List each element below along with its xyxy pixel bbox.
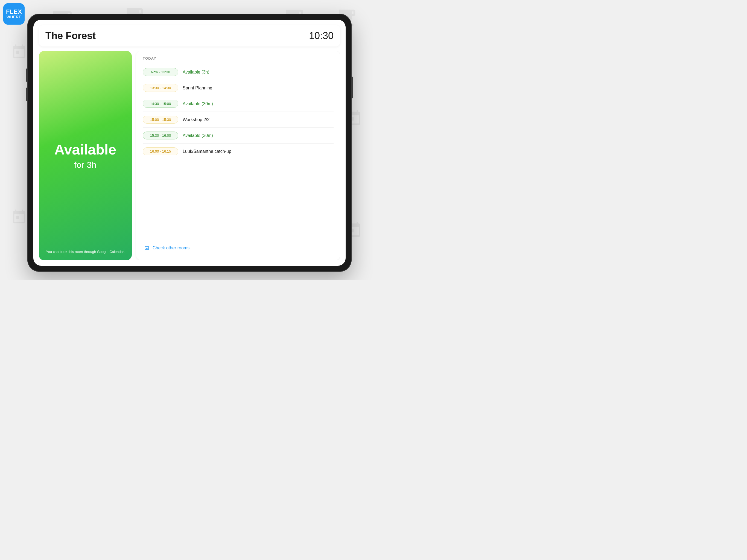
ipad-side-button — [26, 68, 28, 82]
time-badge: 15:30 - 16:00 — [143, 131, 178, 139]
screen-content: The Forest 10:30 Available for 3h You ca… — [33, 20, 345, 266]
time-badge: 13:30 - 14:30 — [143, 84, 178, 92]
time-badge: 16:00 - 16:15 — [143, 147, 178, 155]
current-time: 10:30 — [309, 30, 334, 42]
schedule-item: Now - 13:30 Available (3h) — [143, 64, 334, 80]
ipad-frame: The Forest 10:30 Available for 3h You ca… — [27, 14, 352, 272]
event-name: Available (30m) — [183, 101, 213, 106]
schedule-item: 14:30 - 15:00 Available (30m) — [143, 96, 334, 112]
room-name: The Forest — [45, 30, 96, 42]
schedule-item: 16:00 - 16:15 Luuk/Samantha catch-up — [143, 144, 334, 159]
main-layout: Available for 3h You can book this room … — [39, 51, 340, 260]
event-name: Available (3h) — [183, 70, 209, 75]
schedule-panel: TODAY Now - 13:30 Available (3h) 13:30 -… — [136, 51, 340, 260]
event-name: Sprint Planning — [183, 85, 212, 91]
event-name: Workshop 2/2 — [183, 117, 209, 122]
event-name: Available (30m) — [183, 133, 213, 138]
schedule-list: Now - 13:30 Available (3h) 13:30 - 14:30… — [143, 64, 334, 241]
availability-status: Available — [54, 142, 116, 158]
schedule-item: 13:30 - 14:30 Sprint Planning — [143, 80, 334, 96]
time-badge: 14:30 - 15:00 — [143, 100, 178, 108]
ipad-power-button — [351, 77, 353, 98]
event-name: Luuk/Samantha catch-up — [183, 149, 231, 154]
time-badge: 15:00 - 15:30 — [143, 116, 178, 124]
rooms-icon — [144, 245, 150, 251]
ipad-side-button-2 — [26, 87, 28, 101]
availability-duration: for 3h — [74, 160, 97, 170]
availability-panel: Available for 3h You can book this room … — [39, 51, 132, 260]
header-bar: The Forest 10:30 — [39, 25, 340, 47]
schedule-label: TODAY — [143, 56, 334, 60]
booking-hint: You can book this room through Google Ca… — [39, 250, 132, 254]
flexwhere-logo: FLEX WHERE — [3, 3, 25, 25]
schedule-item: 15:30 - 16:00 Available (30m) — [143, 128, 334, 144]
logo-line1: FLEX — [6, 8, 22, 15]
time-badge: Now - 13:30 — [143, 68, 178, 76]
check-other-rooms-button[interactable]: Check other rooms — [143, 241, 334, 255]
schedule-item: 15:00 - 15:30 Workshop 2/2 — [143, 112, 334, 128]
check-rooms-label: Check other rooms — [153, 246, 189, 251]
ipad-screen: The Forest 10:30 Available for 3h You ca… — [33, 20, 345, 266]
logo-line2: WHERE — [6, 15, 22, 19]
